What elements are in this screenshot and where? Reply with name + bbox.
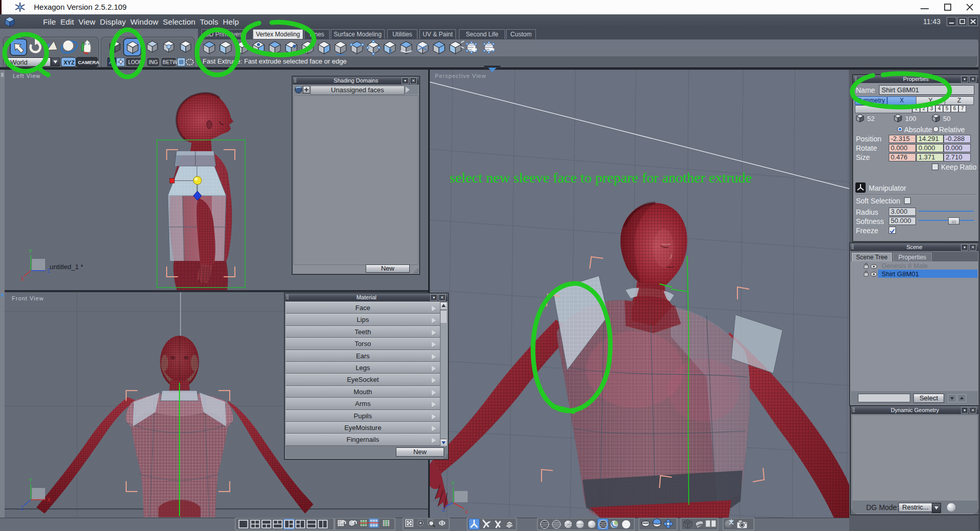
svg-text:BETW: BETW (163, 59, 177, 65)
svg-text:World: World (10, 58, 28, 66)
svg-text:XYZ: XYZ (64, 59, 75, 66)
svg-text:50: 50 (943, 115, 950, 122)
svg-text:ING: ING (149, 59, 158, 65)
svg-text:Left View: Left View (13, 73, 41, 79)
svg-text:LOOP: LOOP (128, 59, 143, 65)
svg-text:Perspective View: Perspective View (435, 73, 486, 79)
svg-text:X: X (47, 497, 51, 503)
svg-text:Front View: Front View (12, 295, 44, 301)
svg-text:untitled_1 *: untitled_1 * (50, 263, 83, 271)
svg-text:100: 100 (905, 115, 916, 122)
svg-text:Y: Y (29, 249, 32, 254)
svg-text:Y: Y (451, 481, 455, 486)
svg-text:Y: Y (29, 478, 32, 483)
svg-text:Z: Z (21, 505, 24, 511)
svg-text:X: X (21, 276, 24, 282)
svg-text:Z: Z (442, 507, 445, 513)
svg-text:52: 52 (867, 115, 874, 122)
svg-text:CAMERA: CAMERA (78, 59, 99, 65)
svg-text:x: x (465, 509, 468, 515)
